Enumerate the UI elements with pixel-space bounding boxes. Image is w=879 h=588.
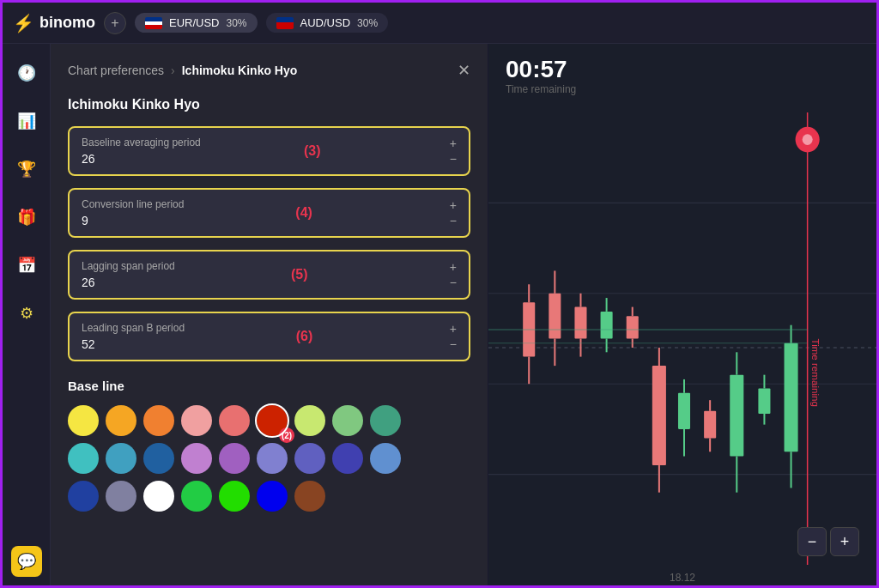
color-swatch-brown[interactable] — [294, 481, 325, 512]
date-label: 18.12 — [670, 572, 695, 584]
baseline-controls: + − — [450, 137, 457, 165]
color-swatch-blue[interactable] — [257, 481, 288, 512]
conversion-badge: (4) — [295, 205, 312, 221]
color-grid: (2) — [68, 405, 411, 512]
baseline-field-left: Baseline averaging period 26 — [82, 136, 201, 166]
logo: ⚡ binomo — [13, 13, 95, 33]
sidebar-item-chart[interactable]: 📊 — [11, 106, 42, 136]
lagging-label: Lagging span period — [82, 260, 175, 272]
eurusd-pct: 30% — [227, 17, 247, 29]
conversion-field: Conversion line period 9 (4) + − — [68, 188, 470, 238]
color-swatch-steel-blue[interactable] — [370, 443, 401, 474]
close-button[interactable]: ✕ — [458, 61, 470, 80]
leading-value: 52 — [82, 337, 185, 351]
color-swatch-purple-light[interactable] — [181, 443, 212, 474]
leading-label: Leading span B period — [82, 322, 185, 334]
lagging-decrement[interactable]: − — [450, 276, 457, 288]
baseline-label: Baseline averaging period — [82, 136, 201, 149]
audusd-flag — [276, 17, 294, 29]
chart-canvas: Time remaining — [488, 112, 876, 565]
svg-rect-23 — [678, 393, 690, 429]
time-remaining-label: Time remaining — [506, 83, 859, 95]
color-swatch-cyan[interactable] — [68, 443, 99, 474]
conversion-controls: + − — [450, 199, 457, 227]
color-swatch-green[interactable] — [181, 481, 212, 512]
top-nav: ⚡ binomo + EUR/USD 30% AUD/USD 30% — [3, 3, 876, 44]
sidebar-item-settings[interactable]: ⚙ — [11, 298, 42, 329]
leading-increment[interactable]: + — [450, 323, 457, 335]
svg-rect-11 — [574, 307, 586, 339]
eurusd-flag — [145, 17, 162, 29]
svg-point-40 — [803, 134, 813, 145]
section-title: Ichimoku Kinko Hyo — [68, 97, 470, 112]
color-swatch-blue-dark[interactable] — [143, 443, 174, 474]
color-swatch-pink-light[interactable] — [181, 405, 212, 436]
svg-rect-35 — [785, 343, 798, 452]
color-swatch-indigo[interactable] — [294, 443, 325, 474]
chart-area: 00:57 Time remaining — [488, 44, 876, 588]
color-swatch-teal[interactable] — [370, 405, 401, 436]
eurusd-pair: EUR/USD — [169, 16, 220, 29]
chart-header: 00:57 Time remaining — [488, 44, 876, 102]
breadcrumb-current: Ichimoku Kinko Hyo — [182, 64, 298, 77]
base-line-title: Base line — [68, 379, 470, 393]
conversion-increment[interactable]: + — [450, 199, 457, 211]
leading-field-left: Leading span B period 52 — [82, 322, 185, 351]
sidebar-item-trophy[interactable]: 🏆 — [11, 154, 42, 185]
color-swatch-yellow-green[interactable] — [294, 405, 325, 436]
color-swatch-red[interactable]: (2) — [257, 405, 288, 436]
color-swatch-orange[interactable] — [143, 405, 174, 436]
breadcrumb-chevron-icon: › — [171, 64, 175, 77]
color-swatch-purple[interactable] — [219, 443, 250, 474]
color-swatch-blue-indigo[interactable] — [332, 443, 363, 474]
sidebar: 🕐 📊 🏆 🎁 📅 ⚙ 💬 — [3, 44, 51, 588]
baseline-increment[interactable]: + — [450, 137, 457, 149]
tab-eurusd[interactable]: EUR/USD 30% — [135, 13, 258, 33]
breadcrumb-parent[interactable]: Chart preferences — [68, 64, 164, 77]
conversion-value: 9 — [82, 214, 184, 227]
color-swatch-bright-green[interactable] — [219, 481, 250, 512]
svg-rect-14 — [601, 312, 613, 339]
color-swatch-green-light[interactable] — [332, 405, 363, 436]
sidebar-item-chat[interactable]: 💬 — [11, 546, 42, 577]
breadcrumb: Chart preferences › Ichimoku Kinko Hyo ✕ — [68, 61, 470, 80]
color-swatch-orange-light[interactable] — [106, 405, 136, 436]
color-swatch-navy[interactable] — [68, 481, 99, 512]
conversion-field-left: Conversion line period 9 — [82, 198, 184, 227]
lagging-field: Lagging span period 26 (5) + − — [68, 250, 470, 300]
color-swatch-yellow[interactable] — [68, 405, 99, 436]
leading-controls: + − — [450, 323, 457, 350]
preferences-panel: Chart preferences › Ichimoku Kinko Hyo ✕… — [51, 44, 488, 588]
lagging-increment[interactable]: + — [450, 261, 457, 273]
color-swatch-violet[interactable] — [257, 443, 288, 474]
color-swatch-salmon[interactable] — [219, 405, 250, 436]
sidebar-item-gift[interactable]: 🎁 — [11, 202, 42, 233]
svg-rect-17 — [627, 316, 639, 338]
sidebar-item-clock[interactable]: 🕐 — [11, 58, 42, 88]
conversion-decrement[interactable]: − — [450, 215, 457, 227]
svg-text:Time remaining: Time remaining — [810, 339, 821, 407]
color-swatch-white[interactable] — [143, 481, 174, 512]
sidebar-item-calendar[interactable]: 📅 — [11, 250, 42, 281]
audusd-pair: AUD/USD — [300, 16, 351, 29]
app-name: binomo — [39, 14, 95, 32]
color-swatch-cyan-blue[interactable] — [106, 443, 136, 474]
logo-icon: ⚡ — [13, 13, 34, 33]
color-swatch-gray-blue[interactable] — [106, 481, 136, 512]
zoom-in-button[interactable]: + — [830, 527, 859, 556]
tab-audusd[interactable]: AUD/USD 30% — [266, 13, 389, 33]
chart-svg: Time remaining — [488, 112, 876, 565]
audusd-pct: 30% — [357, 17, 378, 29]
baseline-badge: (3) — [304, 143, 321, 159]
conversion-label: Conversion line period — [82, 198, 184, 210]
svg-rect-20 — [652, 366, 666, 465]
leading-decrement[interactable]: − — [450, 338, 457, 350]
add-tab-button[interactable]: + — [104, 12, 126, 34]
baseline-value: 26 — [82, 152, 201, 166]
lagging-field-left: Lagging span period 26 — [82, 260, 175, 289]
lagging-badge: (5) — [291, 267, 308, 282]
baseline-decrement[interactable]: − — [450, 153, 457, 165]
lagging-controls: + − — [450, 261, 457, 288]
zoom-out-button[interactable]: − — [797, 527, 827, 556]
svg-rect-8 — [549, 294, 561, 339]
